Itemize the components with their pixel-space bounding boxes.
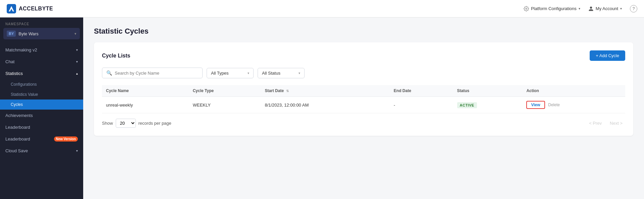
sort-icon: ⇅ xyxy=(286,89,289,93)
status-filter[interactable]: All Status Active Inactive ▾ xyxy=(258,68,305,78)
table-head: Cycle Name Cycle Type Start Date ⇅ End D… xyxy=(102,85,625,97)
cell-cycle-type: WEEKLY xyxy=(189,97,261,113)
cell-action: View Delete xyxy=(522,97,625,113)
table-body: unreal-weekly WEEKLY 8/1/2023, 12:00:00 … xyxy=(102,97,625,113)
show-label: Show xyxy=(102,121,113,126)
sidebar-sub-statistics-value-label: Statistics Value xyxy=(11,92,38,97)
chat-chevron: ▾ xyxy=(76,60,78,64)
my-account-nav[interactable]: My Account ▾ xyxy=(588,6,622,11)
cell-cycle-name: unreal-weekly xyxy=(102,97,189,113)
sidebar-sub-cycles[interactable]: Cycles xyxy=(0,100,83,110)
card-title: Cycle Lists xyxy=(102,53,130,59)
status-chevron: ▾ xyxy=(299,71,300,75)
search-icon: 🔍 xyxy=(106,70,112,76)
sidebar-sub-configurations[interactable]: Configurations xyxy=(0,79,83,89)
type-chevron: ▾ xyxy=(248,71,249,75)
sidebar-item-matchmaking-label: Matchmaking v2 xyxy=(5,47,37,52)
help-icon-text: ? xyxy=(633,6,635,11)
main-content: Statistic Cycles Cycle Lists + Add Cycle… xyxy=(83,17,644,199)
add-cycle-button[interactable]: + Add Cycle xyxy=(590,50,625,61)
page-nav: < Prev Next > xyxy=(586,119,625,127)
sidebar-item-leaderboard-new[interactable]: Leaderboard New Version xyxy=(0,133,83,145)
top-nav: ACCELBYTE Platform Configurations ▾ My A… xyxy=(0,0,644,17)
namespace-label: NAMESPACE xyxy=(0,17,83,28)
namespace-badge: BY xyxy=(7,31,16,37)
col-cycle-name: Cycle Name xyxy=(102,85,189,97)
namespace-selector[interactable]: BY Byte Wars ▾ xyxy=(3,28,80,39)
cycle-lists-card: Cycle Lists + Add Cycle 🔍 All Types Week… xyxy=(94,42,633,136)
cloud-save-chevron: ▾ xyxy=(76,149,78,153)
status-select[interactable]: All Status Active Inactive xyxy=(262,71,296,76)
type-select[interactable]: All Types Weekly Monthly Seasonal xyxy=(211,71,245,76)
col-status: Status xyxy=(453,85,523,97)
help-button[interactable]: ? xyxy=(630,5,637,12)
sidebar-item-leaderboard-new-label: Leaderboard xyxy=(5,136,30,142)
sidebar-item-chat-label: Chat xyxy=(5,59,14,64)
status-badge: ACTIVE xyxy=(457,102,477,108)
sidebar-sub-cycles-label: Cycles xyxy=(11,102,23,107)
col-cycle-type: Cycle Type xyxy=(189,85,261,97)
records-info: Show 20 50 100 records per page xyxy=(102,119,171,128)
logo: ACCELBYTE xyxy=(7,4,53,13)
next-button[interactable]: Next > xyxy=(607,119,625,127)
delete-button[interactable]: Delete xyxy=(548,103,560,107)
sidebar-item-leaderboard[interactable]: Leaderboard xyxy=(0,121,83,133)
view-button[interactable]: View xyxy=(526,101,545,109)
person-icon xyxy=(588,6,594,11)
sidebar-sub-configurations-label: Configurations xyxy=(11,82,37,87)
sidebar-item-statistics-label: Statistics xyxy=(5,71,23,76)
top-nav-right: Platform Configurations ▾ My Account ▾ ? xyxy=(524,5,637,12)
sidebar-sub-statistics-value[interactable]: Statistics Value xyxy=(0,89,83,100)
namespace-name: Byte Wars xyxy=(18,31,72,36)
search-box: 🔍 xyxy=(102,68,203,78)
sidebar-item-cloud-save-label: Cloud Save xyxy=(5,148,28,153)
per-page-select[interactable]: 20 50 100 xyxy=(116,119,136,128)
cycles-table: Cycle Name Cycle Type Start Date ⇅ End D… xyxy=(102,85,625,113)
col-end-date: End Date xyxy=(390,85,453,97)
platform-config-nav[interactable]: Platform Configurations ▾ xyxy=(524,6,580,11)
gear-icon xyxy=(524,6,529,11)
accelbyte-logo-icon xyxy=(7,4,16,13)
platform-config-label: Platform Configurations xyxy=(531,6,577,11)
my-account-label: My Account xyxy=(596,6,618,11)
cell-status: ACTIVE xyxy=(453,97,523,113)
type-filter[interactable]: All Types Weekly Monthly Seasonal ▾ xyxy=(207,68,254,78)
filters: 🔍 All Types Weekly Monthly Seasonal ▾ Al… xyxy=(102,68,625,78)
search-input[interactable] xyxy=(115,71,198,76)
sidebar-item-cloud-save[interactable]: Cloud Save ▾ xyxy=(0,145,83,157)
statistics-chevron: ▴ xyxy=(76,72,78,75)
matchmaking-chevron: ▾ xyxy=(76,48,78,52)
table-row: unreal-weekly WEEKLY 8/1/2023, 12:00:00 … xyxy=(102,97,625,113)
my-account-chevron: ▾ xyxy=(620,7,622,10)
sidebar-item-achievements[interactable]: Achievements xyxy=(0,110,83,121)
col-start-date: Start Date ⇅ xyxy=(261,85,389,97)
records-label: records per page xyxy=(139,121,171,126)
sidebar-section: Matchmaking v2 ▾ Chat ▾ Statistics ▴ Con… xyxy=(0,44,83,157)
sidebar-item-matchmaking[interactable]: Matchmaking v2 ▾ xyxy=(0,44,83,56)
sidebar-item-chat[interactable]: Chat ▾ xyxy=(0,56,83,68)
layout: NAMESPACE BY Byte Wars ▾ Matchmaking v2 … xyxy=(0,17,644,199)
card-header: Cycle Lists + Add Cycle xyxy=(102,50,625,61)
namespace-chevron: ▾ xyxy=(74,32,76,36)
pagination: Show 20 50 100 records per page < Prev N… xyxy=(102,119,625,128)
svg-point-2 xyxy=(526,8,527,9)
sidebar-item-statistics[interactable]: Statistics ▴ xyxy=(0,68,83,79)
cell-start-date: 8/1/2023, 12:00:00 AM xyxy=(261,97,389,113)
sidebar: NAMESPACE BY Byte Wars ▾ Matchmaking v2 … xyxy=(0,17,83,199)
sidebar-item-leaderboard-label: Leaderboard xyxy=(5,125,30,130)
sidebar-item-achievements-label: Achievements xyxy=(5,113,33,118)
page-title: Statistic Cycles xyxy=(94,27,633,36)
cell-end-date: - xyxy=(390,97,453,113)
platform-config-chevron: ▾ xyxy=(579,7,580,10)
prev-button[interactable]: < Prev xyxy=(586,119,604,127)
col-action: Action xyxy=(522,85,625,97)
new-version-badge: New Version xyxy=(54,136,78,142)
logo-text: ACCELBYTE xyxy=(19,6,53,12)
